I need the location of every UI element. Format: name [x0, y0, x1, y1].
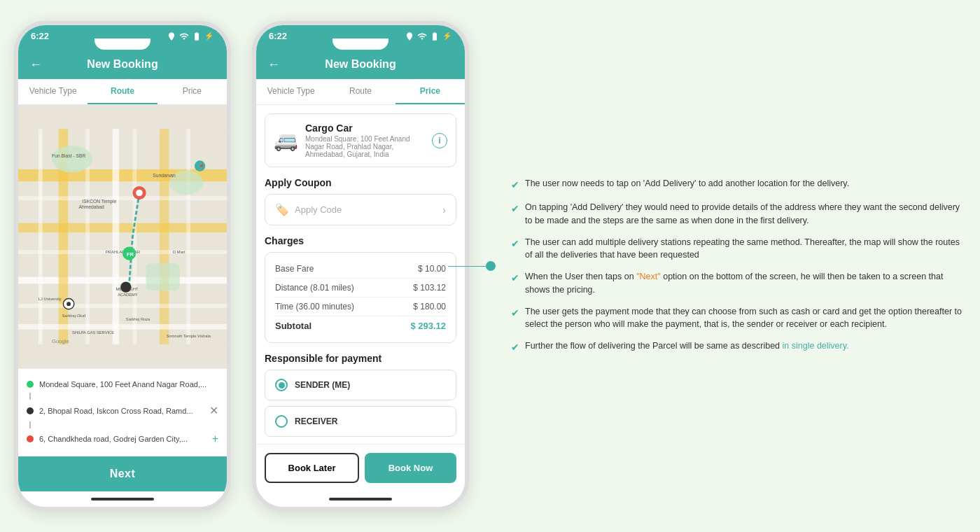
svg-point-15 [52, 146, 92, 172]
receiver-label: RECEIVER [295, 416, 337, 426]
tab-price-2[interactable]: Price [396, 79, 465, 104]
tab-vehicle-type-1[interactable]: Vehicle Type [18, 79, 88, 104]
cargo-details: Cargo Car Mondeal Square, 100 Feet Anand… [305, 122, 425, 158]
phone-2: 6:22 ⚡ ← New Booking Vehicle Type Route … [252, 21, 469, 511]
svg-text:FR: FR [127, 251, 134, 258]
coupon-icon: 🏷️ [275, 203, 289, 216]
annotation-text-5: The user gets the payment mode that they… [525, 305, 966, 332]
dot-green [27, 381, 34, 388]
time-2: 6:22 [269, 31, 287, 41]
app-header-1: ← New Booking [18, 51, 227, 79]
base-fare-label: Base Fare [275, 264, 314, 274]
tab-price-1[interactable]: Price [158, 79, 227, 104]
svg-rect-6 [160, 129, 169, 344]
info-icon: i [438, 136, 440, 146]
svg-rect-0 [18, 129, 227, 344]
annotation-5: ✔ The user gets the payment mode that th… [511, 305, 966, 332]
svg-point-32 [136, 190, 143, 197]
svg-text:Sarkhej-Okaf: Sarkhej-Okaf [62, 314, 85, 318]
location-row-3: 6, Chandkheda road, Godrej Garden City,.… [27, 428, 218, 449]
svg-text:Sarkhej Roza: Sarkhej Roza [126, 317, 150, 321]
price-content: 🚐 Cargo Car Mondeal Square, 100 Feet Ana… [256, 105, 465, 444]
notch-bar-1 [18, 44, 227, 51]
bolt-icon: ⚡ [204, 31, 214, 41]
book-later-button[interactable]: Book Later [265, 453, 359, 483]
radio-receiver [275, 415, 288, 428]
svg-text:LJ University: LJ University [38, 297, 62, 301]
check-icon-2: ✔ [511, 202, 519, 216]
tab-bar-1: Vehicle Type Route Price [18, 79, 227, 105]
location-icon [167, 31, 176, 41]
svg-rect-11 [186, 129, 190, 344]
annotation-4: ✔ When the User then taps on "Next" opti… [511, 270, 966, 297]
home-indicator-2 [329, 498, 392, 500]
apply-coupon-box[interactable]: 🏷️ Apply Code › [265, 194, 456, 225]
notch-2 [332, 38, 388, 50]
back-button-1[interactable]: ← [29, 57, 42, 72]
dashed-line-1 [29, 393, 31, 400]
tab-route-2[interactable]: Route [326, 79, 395, 104]
status-icons-1: ⚡ [167, 31, 214, 41]
svg-text:Google: Google [52, 338, 69, 344]
svg-rect-2 [18, 223, 227, 232]
payment-option-receiver[interactable]: RECEIVER [265, 406, 456, 437]
payment-options: SENDER (ME) RECEIVER [265, 370, 456, 437]
home-bar-1 [18, 491, 227, 507]
annotation-text-4: When the User then taps on "Next" option… [525, 270, 966, 297]
svg-rect-8 [38, 129, 43, 344]
battery-icon [192, 31, 202, 41]
subtotal-label: Subtotal [275, 321, 312, 331]
annotation-3: ✔ The user can add multiple delivery sta… [511, 236, 966, 262]
check-icon-6: ✔ [511, 340, 519, 355]
radio-sender [275, 379, 288, 391]
battery-icon-2 [430, 31, 440, 41]
location-icon-2 [405, 31, 414, 41]
time-amount: $ 180.00 [413, 302, 446, 312]
svg-rect-5 [113, 129, 120, 344]
charge-row-subtotal: Subtotal $ 293.12 [275, 316, 446, 335]
svg-point-35 [120, 281, 131, 292]
notch-bar-2 [256, 44, 465, 51]
annotation-1: ✔ The user now needs to tap on 'Add Deli… [511, 177, 966, 192]
notch-1 [94, 38, 150, 50]
back-button-2[interactable]: ← [267, 57, 280, 72]
next-button[interactable]: Next [18, 456, 227, 491]
info-button[interactable]: i [432, 133, 447, 148]
time-1: 6:22 [31, 31, 49, 41]
svg-rect-14 [18, 304, 227, 308]
location-row-2: 2, Bhopal Road, Iskcon Cross Road, Ramd.… [27, 400, 218, 421]
svg-text:Fun Blast - SBR: Fun Blast - SBR [52, 153, 85, 158]
cargo-car-icon: 🚐 [274, 129, 298, 152]
charge-row-distance: Distance (8.01 miles) $ 103.12 [275, 279, 446, 298]
annotation-text-3: The user can add multiple delivery stati… [525, 236, 966, 262]
distance-amount: $ 103.12 [413, 283, 446, 293]
book-buttons: Book Later Book Now [256, 444, 465, 491]
location-text-1: Mondeal Square, 100 Feet Anand Nagar Roa… [39, 380, 218, 388]
payment-section-title: Responsible for payment [265, 353, 456, 364]
check-icon-4: ✔ [511, 271, 519, 286]
tab-vehicle-type-2[interactable]: Vehicle Type [256, 79, 326, 104]
location-text-2: 2, Bhopal Road, Iskcon Cross Road, Ramd.… [39, 407, 204, 415]
location-list: Mondeal Square, 100 Feet Anand Nagar Roa… [18, 368, 227, 456]
svg-point-37 [66, 302, 71, 306]
tab-bar-2: Vehicle Type Route Price [256, 79, 465, 105]
book-now-button[interactable]: Book Now [365, 453, 456, 483]
annotation-text-2: On tapping 'Add Delivery' they would nee… [525, 201, 966, 227]
remove-location-button[interactable]: ✕ [209, 404, 218, 417]
home-bar-2 [256, 491, 465, 507]
location-row-1: Mondeal Square, 100 Feet Anand Nagar Roa… [27, 376, 218, 393]
tab-route-1[interactable]: Route [88, 79, 157, 104]
page-title-2: New Booking [325, 58, 396, 71]
map-svg: Fun Blast - SBR ISKCON Temple Ahmedabad … [18, 105, 227, 368]
subtotal-amount: $ 293.12 [410, 321, 446, 331]
add-delivery-button[interactable]: + [212, 433, 218, 445]
svg-rect-12 [18, 196, 227, 200]
svg-text:ACADEMY: ACADEMY [118, 293, 138, 297]
phone-1: 6:22 ⚡ ← New Booking Vehicle Type Route … [14, 21, 231, 511]
annotation-text-6: Further the flow of delivering the Parce… [525, 340, 966, 353]
cargo-address: Mondeal Square, 100 Feet Anand Nagar Roa… [305, 135, 425, 158]
dashed-line-2 [29, 421, 31, 428]
payment-option-sender[interactable]: SENDER (ME) [265, 370, 456, 400]
location-text-3: 6, Chandkheda road, Godrej Garden City,.… [39, 435, 206, 443]
page-title-1: New Booking [87, 58, 158, 71]
